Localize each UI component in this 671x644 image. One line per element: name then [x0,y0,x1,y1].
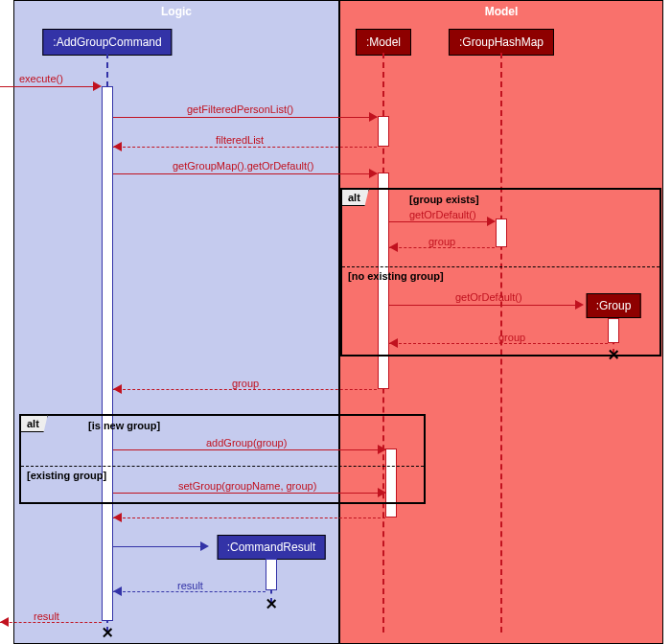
arrow-group1-head [389,242,398,252]
arrow-group1 [389,247,495,248]
msg-getdef1-label: getOrDefault() [409,209,476,220]
arrow-setgroup [113,493,385,494]
arrow-group3-head [113,384,122,394]
destroy-group-icon [608,349,619,360]
arrow-getdef2-head [575,300,584,310]
activation-addgroupcommand [102,86,113,621]
arrow-getdef1 [389,221,495,222]
alt1-label: alt [341,189,369,206]
activation-commandresult [266,559,277,590]
region-model-label: Model [485,5,519,18]
alt2-guard2: [existing group] [27,470,106,481]
msg-getfpl-label: getFilteredPersonList() [187,104,293,115]
alt2-guard1: [is new group] [88,420,160,431]
arrow-create-cmdres [113,546,206,547]
arrow-setgroup-head [378,488,386,497]
arrow-getdef1-head [487,217,496,226]
arrow-execute [0,86,96,87]
arrow-result2-head [0,617,9,627]
participant-addgroupcommand: :AddGroupCommand [42,29,172,56]
arrow-group2 [389,343,608,344]
activation-model-1 [378,116,389,147]
destroy-commandresult-icon [266,598,277,610]
arrow-execute-head [93,81,102,91]
activation-group [608,318,619,343]
msg-addgroup-label: addGroup(group) [206,437,287,448]
arrow-group2-head [389,338,398,348]
alt2-sep [21,466,424,467]
destroy-addgroup-icon [102,627,113,638]
alt1-guard2: [no existing group] [348,270,444,282]
participant-model: :Model [356,29,411,56]
msg-result1-label: result [177,580,203,591]
msg-filteredlist-label: filteredList [216,134,264,146]
arrow-addgroup-head [378,445,386,454]
msg-result2-label: result [34,610,59,622]
sequence-diagram: Logic Model :AddGroupCommand :Model :Gro… [0,0,671,644]
arrow-create-cmdres-head [200,541,209,551]
arrow-filteredlist-head [113,142,122,151]
arrow-getmap-head [369,169,378,178]
arrow-result2 [0,622,102,623]
alt2-label: alt [20,415,48,432]
msg-setgroup-label: setGroup(groupName, group) [178,480,316,492]
msg-group3-label: group [232,378,259,389]
alt1-sep [342,266,659,267]
arrow-result1-head [113,586,122,596]
msg-group1-label: group [428,236,455,247]
arrow-addgroup [113,449,385,450]
arrow-filteredlist [113,147,377,148]
participant-group: :Group [587,293,641,318]
arrow-getdef2 [389,305,581,306]
msg-execute-label: execute() [19,73,63,84]
alt1-guard1: [group exists] [409,194,479,205]
participant-commandresult: :CommandResult [218,535,326,560]
arrow-return-alt2 [113,518,385,518]
region-logic-label: Logic [161,5,192,18]
arrow-return-alt2-head [113,513,122,522]
arrow-result1 [113,591,266,592]
arrow-getfpl [113,117,377,118]
arrow-group3 [113,389,377,390]
arrow-getfpl-head [369,112,378,122]
arrow-getmap [113,173,377,174]
msg-getdef2-label: getOrDefault() [455,291,522,303]
msg-getmap-label: getGroupMap().getOrDefault() [173,160,313,172]
msg-group2-label: group [498,332,525,343]
participant-grouphashmap: :GroupHashMap [449,29,554,56]
